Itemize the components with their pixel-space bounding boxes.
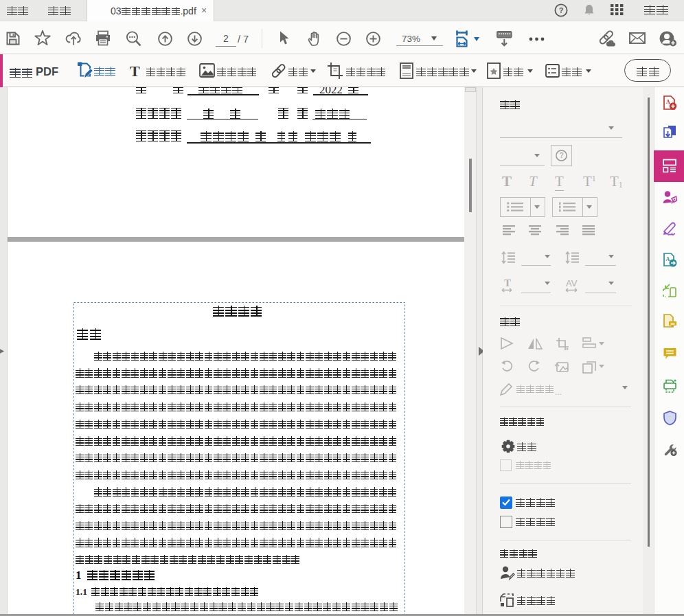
svg-text:A: A [666, 99, 670, 105]
svg-text:A: A [666, 256, 670, 262]
svg-text:?: ? [559, 6, 564, 14]
svg-text:T: T [504, 277, 511, 288]
svg-text:?: ? [560, 152, 564, 159]
svg-text:AV: AV [566, 278, 578, 288]
